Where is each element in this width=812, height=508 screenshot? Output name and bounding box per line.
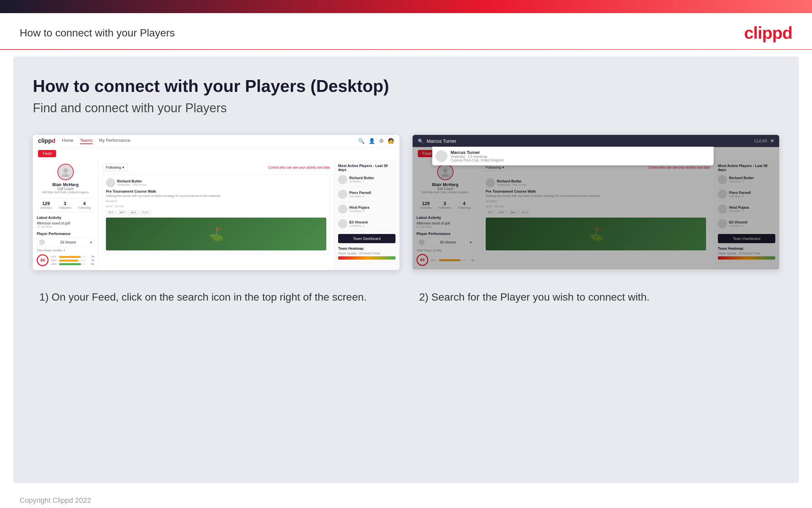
bars-section: OTT 79 APP 70 <box>51 255 94 266</box>
player-hiral-avatar <box>338 205 347 214</box>
middle-panel-2: Following ▾ Control who can see your act… <box>478 160 714 270</box>
latest-activity-label: Latest Activity <box>37 216 94 219</box>
chevron-down-icon: ▾ <box>90 241 92 244</box>
profile-club-2: Mill Ride Golf Club, United Kingdom <box>417 190 474 194</box>
main-subtitle: Find and connect with your Players <box>33 101 779 115</box>
player-select-name-2: Eli Vincent <box>440 241 456 244</box>
following-button[interactable]: Following ▾ <box>102 164 128 171</box>
app-nav-icons-1: 🔍 👤 ⚙ 🧑 <box>358 138 394 144</box>
app-logo-1: clippd <box>38 137 55 144</box>
main-title: How to connect with your Players (Deskto… <box>33 76 779 96</box>
avatar-icon[interactable]: 🧑 <box>388 138 394 144</box>
copyright-text: Copyright Clippd 2022 <box>20 496 91 504</box>
activity-card: Richard Butler Yesterday · The Grove Pre… <box>102 175 330 254</box>
profile-name: Blair McHarg <box>37 182 94 187</box>
captions-grid: 1) On your Feed, click on the search ico… <box>33 290 779 304</box>
activity-date-2: 27 Jul 2022 <box>417 225 474 228</box>
activity-user-2: Richard Butler Yesterday · The Grove <box>486 178 706 187</box>
player-performance-section: Player Performance Eli Vincent ▾ Total P… <box>37 232 94 266</box>
tag-ott: OTT <box>106 210 116 215</box>
activity-name: Afternoon round of golf <box>37 221 94 225</box>
score-circle-2: 84 <box>417 254 428 266</box>
main-content: How to connect with your Players (Deskto… <box>13 56 799 483</box>
activity-tags: OTT APP ARG PUTT <box>106 210 326 215</box>
control-link[interactable]: Control who can see your activity and da… <box>268 166 330 169</box>
team-dashboard-button[interactable]: Team Dashboard <box>338 234 395 243</box>
screenshots-grid: clippd Home Teams My Performance 🔍 👤 ⚙ 🧑 <box>33 135 779 270</box>
activity-duration-label: Duration <box>106 200 326 203</box>
stat-activities-2: 129 Activities <box>420 201 432 209</box>
player-perf-title: Player Performance <box>37 232 94 236</box>
profile-section-2: Blair McHarg Golf Coach Mill Ride Golf C… <box>417 164 474 194</box>
player-eli-info: Eli Vincent Activities: 1 <box>349 220 368 227</box>
bar-app: APP 70 <box>51 259 94 262</box>
activity-user-avatar-2 <box>486 178 495 187</box>
app-nav-1: clippd Home Teams My Performance 🔍 👤 ⚙ 🧑 <box>33 135 399 147</box>
search-icon[interactable]: 🔍 <box>358 138 365 144</box>
player-richard-avatar <box>338 175 347 184</box>
stats-row-2: 129 Activities 3 Followers 4 Following <box>417 198 474 212</box>
profile-club: Mill Ride Golf Club, United Kingdom <box>37 190 94 194</box>
profile-icon[interactable]: 👤 <box>369 138 375 144</box>
activity-name-2: Afternoon round of golf <box>417 221 474 225</box>
nav-teams[interactable]: Teams <box>80 138 93 144</box>
activity-user-avatar <box>106 178 115 187</box>
page-title: How to connect with your Players <box>20 27 175 39</box>
caption-1: 1) On your Feed, click on the search ico… <box>33 290 399 304</box>
most-active-title: Most Active Players - Last 30 days <box>338 164 395 172</box>
stats-row: 129 Activities 3 Followers 4 Following <box>37 198 94 212</box>
player-hiral: Hiral Pujara Activities: 3 <box>338 205 395 217</box>
chevron-down-icon-2: ▾ <box>470 241 472 244</box>
nav-home[interactable]: Home <box>62 138 74 144</box>
search-clear-button[interactable]: CLEAR <box>754 139 767 143</box>
activity-image: ⛳ <box>106 218 326 250</box>
feed-tab[interactable]: Feed <box>33 147 399 160</box>
left-panel-1: Blair McHarg Golf Coach Mill Ride Golf C… <box>33 160 98 270</box>
player-eli: Eli Vincent Activities: 1 <box>338 219 395 231</box>
settings-icon[interactable]: ⚙ <box>379 138 384 144</box>
profile-section: Blair McHarg Golf Coach Mill Ride Golf C… <box>37 164 94 194</box>
player-piers-avatar <box>338 190 347 199</box>
player-select[interactable]: Eli Vincent ▾ <box>37 238 94 247</box>
footer: Copyright Clippd 2022 <box>0 490 812 508</box>
profile-avatar <box>57 164 74 180</box>
stat-following-2: 4 Following <box>458 201 470 209</box>
player-piers: Piers Parnell Activities: 4 <box>338 190 395 202</box>
heatmap-bar <box>338 256 395 260</box>
profile-name-2: Blair McHarg <box>417 182 474 187</box>
tag-app: APP <box>117 210 127 215</box>
activity-user: Richard Butler Yesterday · The Grove <box>106 178 326 187</box>
activity-card-2: Richard Butler Yesterday · The Grove Pre… <box>482 175 710 254</box>
stat-following: 4 Following <box>78 201 91 209</box>
search-result-dropdown: Marcus Turner Yesterday · 1-5 Handicap C… <box>432 147 714 165</box>
search-result-sub2: Cypress Point Club, United Kingdom <box>450 159 504 162</box>
search-input[interactable]: Marcus Turner <box>427 138 751 144</box>
tag-putt: PUTT <box>140 210 151 215</box>
search-result-info: Marcus Turner Yesterday · 1-5 Handicap C… <box>450 150 504 162</box>
search-close-button[interactable]: × <box>770 137 774 144</box>
app-nav-left: clippd Home Teams My Performance <box>38 137 130 144</box>
latest-activity-label-2: Latest Activity <box>417 216 474 219</box>
screenshot-2: clippd Home Teams My Performance 🔍 👤 ⚙ F… <box>413 135 779 270</box>
following-row: Following ▾ Control who can see your act… <box>102 164 330 171</box>
app-nav-links: Home Teams My Performance <box>62 138 130 144</box>
player-select-name: Eli Vincent <box>60 241 76 244</box>
player-perf-title-2: Player Performance <box>417 232 474 236</box>
search-result-item[interactable]: Marcus Turner Yesterday · 1-5 Handicap C… <box>435 150 710 162</box>
svg-point-0 <box>63 168 68 173</box>
stat-followers-2: 3 Followers <box>438 201 451 209</box>
player-select-avatar <box>39 239 45 245</box>
profile-avatar-2 <box>437 164 453 180</box>
tag-arg: ARG <box>128 210 138 215</box>
activity-desc: Walking the course with my coach to buil… <box>106 194 326 198</box>
stat-activities: 129 Activities <box>40 201 52 209</box>
search-icon-overlay: 🔍 <box>418 138 423 144</box>
player-select-2: Eli Vincent ▾ <box>417 238 474 247</box>
screenshot-1: clippd Home Teams My Performance 🔍 👤 ⚙ 🧑 <box>33 135 399 270</box>
player-eli-avatar <box>338 219 347 228</box>
right-panel-1: Most Active Players - Last 30 days Richa… <box>334 160 399 270</box>
score-circle: 84 <box>37 254 49 266</box>
left-panel-2: Blair McHarg Golf Coach Mill Ride Golf C… <box>413 160 478 270</box>
search-result-sub1: Yesterday · 1-5 Handicap <box>450 155 504 159</box>
nav-my-performance[interactable]: My Performance <box>99 138 130 144</box>
